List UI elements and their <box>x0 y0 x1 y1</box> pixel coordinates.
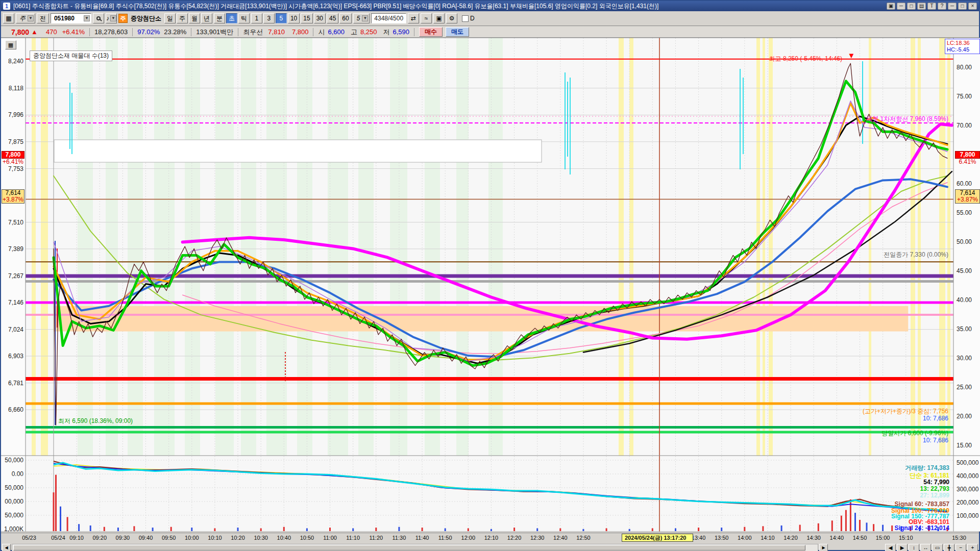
step-right-icon[interactable]: ▶ <box>897 544 908 551</box>
sound-icon[interactable]: ♪▼ <box>106 13 117 23</box>
bg-band-yellow <box>911 38 915 456</box>
prev-stock-button[interactable]: 전 <box>37 13 49 23</box>
clone-window-icon[interactable]: ▣ <box>887 3 895 10</box>
interval-button-3[interactable]: 3 <box>263 13 275 23</box>
bg-band-green <box>456 38 469 456</box>
window-title: [0601] 주식종합차트 - 유통비율[69.8] 주식수[78,502(천)… <box>13 2 658 11</box>
asset-type-combo[interactable]: 주▼ <box>16 13 35 23</box>
time-axis-label: 09:40 <box>139 535 153 541</box>
chart-canvas[interactable]: ▼ <box>1 38 980 532</box>
sell-button[interactable]: 매도 <box>446 27 469 37</box>
scroll-left-arrow[interactable]: ◀ <box>2 544 11 551</box>
high-price: 8,250 <box>360 28 377 36</box>
time-axis-label: 11:00 <box>323 535 337 541</box>
grid-settings-icon[interactable]: ▦ <box>5 40 16 49</box>
mode-button-분[interactable]: 분 <box>214 13 225 23</box>
time-axis-label: 12:50 <box>576 535 591 541</box>
bg-band-yellow <box>918 38 921 456</box>
window-select-icon[interactable]: ▦ <box>3 13 14 23</box>
period-button-주[interactable]: 주 <box>177 13 188 23</box>
collapse-icon[interactable]: ─ <box>897 3 905 10</box>
price-change: 470 <box>46 28 57 36</box>
close-icon[interactable]: × <box>968 3 977 10</box>
crosshair-icon[interactable]: ╋ <box>944 544 954 551</box>
expand-icon[interactable]: □ <box>907 3 916 10</box>
time-axis-label: 14:40 <box>830 535 844 541</box>
time-axis-label: 14:10 <box>761 535 775 541</box>
time-axis-label: 14:50 <box>853 535 867 541</box>
maximize-icon[interactable]: □ <box>958 3 967 10</box>
interval-buttons: 1351015304560 <box>251 13 352 23</box>
help-icon[interactable]: ? <box>938 3 946 10</box>
bg-band-yellow <box>947 38 950 456</box>
interval-button-1[interactable]: 1 <box>251 13 262 23</box>
current-price: 7,800 <box>11 28 29 36</box>
stock-code-input[interactable]: 051980▼ <box>51 13 91 23</box>
mode-buttons: 분초틱 <box>214 13 250 23</box>
period-button-일[interactable]: 일 <box>164 13 176 23</box>
time-axis-label: 12:00 <box>461 535 476 541</box>
bg-band-green <box>358 38 374 456</box>
search-icon[interactable] <box>93 13 104 23</box>
high-marker-arrow: ▼ <box>848 51 855 60</box>
settings-gear-icon[interactable]: ⚙ <box>446 13 457 23</box>
volume-profile-tag: 중앙첨단소재 매물대 수(13) <box>30 51 112 61</box>
bg-band-yellow <box>939 38 945 456</box>
time-axis-label: 09:20 <box>92 535 107 541</box>
bottom-scroll-bar: ◀ ▶ ◀▶↕↔▭╋−+ <box>1 543 979 551</box>
bg-band-green <box>390 38 407 456</box>
compare-icon[interactable]: ⇄ <box>408 13 419 23</box>
app-icon: 1 <box>3 3 10 10</box>
time-axis-label: 11:10 <box>346 535 360 541</box>
interval-button-5[interactable]: 5 <box>276 13 287 23</box>
scrollbar-track[interactable] <box>12 544 818 551</box>
time-axis-label: 12:30 <box>530 535 545 541</box>
scrollbar-thumb[interactable] <box>13 545 805 550</box>
mode-button-틱[interactable]: 틱 <box>238 13 250 23</box>
board-icon[interactable]: ▤ <box>917 3 926 10</box>
scroll-right-arrow[interactable]: ▶ <box>819 544 828 551</box>
interval-button-15[interactable]: 15 <box>301 13 312 23</box>
price-change-pct: +6.41% <box>62 28 85 36</box>
interval-button-30[interactable]: 30 <box>314 13 326 23</box>
interval-button-60[interactable]: 60 <box>339 13 351 23</box>
trendline-icon[interactable]: ≈ <box>421 13 432 23</box>
interval-button-10[interactable]: 10 <box>288 13 300 23</box>
time-axis-label: 05/23 <box>22 535 36 541</box>
sub-interval-combo[interactable]: 5▼ <box>353 13 370 23</box>
buy-button[interactable]: 매수 <box>419 27 443 37</box>
zoom-out-icon[interactable]: − <box>955 544 966 551</box>
low-label: 저 <box>383 28 390 37</box>
bg-band-yellow <box>629 38 633 456</box>
transparency-icon[interactable]: T <box>927 3 936 10</box>
lc-value: LC:18.36 <box>947 40 978 46</box>
title-bar: 1 [0601] 주식종합차트 - 유통비율[69.8] 주식수[78,502(… <box>1 1 979 11</box>
sub-interval-value: 5 <box>357 15 360 22</box>
range-select-icon[interactable]: ▭ <box>932 544 943 551</box>
time-axis-label: 14:30 <box>806 535 821 541</box>
volume: 18,278,603 <box>94 28 128 36</box>
interval-button-45[interactable]: 45 <box>327 13 338 23</box>
save-icon[interactable]: ▣ <box>433 13 445 23</box>
stock-type-badge: 주 <box>118 14 128 23</box>
d-checkbox[interactable] <box>462 15 469 22</box>
d-checkbox-label: D <box>470 15 475 22</box>
fit-horizontal-icon[interactable]: ↔ <box>920 544 931 551</box>
time-axis-label: 09:30 <box>116 535 130 541</box>
step-left-icon[interactable]: ◀ <box>885 544 896 551</box>
best-ask: 7,810 <box>268 28 285 36</box>
period-button-년[interactable]: 년 <box>201 13 212 23</box>
mode-button-초[interactable]: 초 <box>226 13 237 23</box>
bg-band-green <box>154 38 175 456</box>
current-time-highlight: 2024/05/24(금) 13:17:20 <box>622 534 693 542</box>
fit-vertical-icon[interactable]: ↕ <box>909 544 919 551</box>
period-button-월[interactable]: 월 <box>189 13 200 23</box>
time-axis-label: 09:10 <box>69 535 84 541</box>
minimize-icon[interactable]: ─ <box>948 3 957 10</box>
chart-toolbar: ▦ 주▼ 전 051980▼ ♪▼ 주 중앙첨단소 일주월년 분초틱 13510… <box>1 11 979 26</box>
zoom-in-icon[interactable]: + <box>967 544 978 551</box>
trade-amount: 133,901백만 <box>196 28 233 37</box>
time-axis-label: 15:10 <box>899 535 913 541</box>
window-controls: ▣─□▤T?─□× <box>887 3 977 10</box>
data-counter: 4348/4500 <box>371 13 406 23</box>
